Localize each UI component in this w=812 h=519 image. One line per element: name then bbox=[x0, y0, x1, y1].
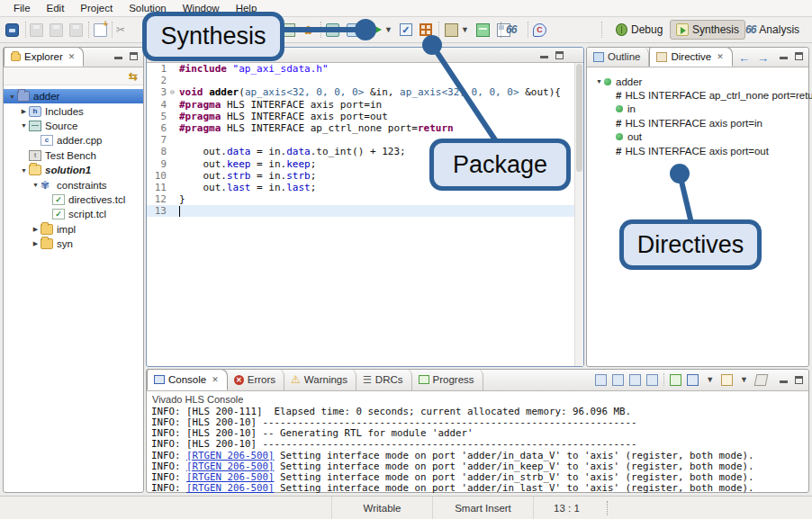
maximize-icon[interactable] bbox=[555, 51, 564, 59]
back-arrow-icon[interactable]: ← bbox=[738, 51, 750, 65]
maximize-icon[interactable] bbox=[130, 52, 138, 60]
tree-item-directives-tcl[interactable]: ✓directives.tcl bbox=[4, 192, 143, 207]
report-table-icon[interactable] bbox=[476, 23, 490, 37]
tree-item-constraints[interactable]: ▼✾constraints bbox=[4, 177, 143, 192]
open-report-icon[interactable] bbox=[326, 23, 339, 37]
perspective-debug[interactable]: Debug bbox=[610, 20, 668, 40]
tree-item-test-bench[interactable]: tTest Bench bbox=[4, 148, 143, 163]
console-message-link[interactable]: [RTGEN 206-500] bbox=[186, 450, 275, 461]
console-message-link[interactable]: [RTGEN 206-500] bbox=[186, 461, 275, 472]
line-number: 10 bbox=[147, 170, 170, 182]
directive-item-hls-interface-ap-ctrl-none-port-return[interactable]: #HLS INTERFACE ap_ctrl_none port=return bbox=[592, 88, 808, 102]
copy-log-icon[interactable] bbox=[595, 374, 607, 386]
code-line-4[interactable]: 4#pragma HLS INTERFACE axis port=in bbox=[147, 99, 583, 111]
c-feedback-icon[interactable]: C bbox=[533, 23, 546, 37]
minimize-icon[interactable] bbox=[114, 52, 122, 59]
word-wrap-icon[interactable] bbox=[629, 374, 641, 386]
code-text bbox=[177, 75, 179, 86]
synthesis-dropdown-icon[interactable]: ▼ bbox=[383, 25, 394, 34]
display-console-icon[interactable] bbox=[687, 374, 699, 386]
project-settings-gear-icon[interactable]: ✿ bbox=[303, 23, 317, 37]
expand-arrow-icon[interactable]: ▼ bbox=[31, 182, 41, 188]
expand-arrow-icon[interactable]: ▼ bbox=[594, 78, 604, 85]
tree-item-impl[interactable]: ▶impl bbox=[4, 222, 143, 237]
clear-console-icon[interactable] bbox=[754, 374, 769, 386]
tree-item-syn[interactable]: ▶syn bbox=[4, 237, 143, 251]
compare-reports-icon[interactable] bbox=[445, 23, 458, 37]
tree-item-script-tcl[interactable]: ✓script.tcl bbox=[4, 207, 143, 221]
perspective-analysis[interactable]: 66 Analysis bbox=[740, 20, 805, 40]
directive-item-label: HLS INTERFACE ap_ctrl_none port=return bbox=[625, 90, 812, 101]
directive-item-hls-interface-axis-port-in[interactable]: #HLS INTERFACE axis port=in bbox=[592, 116, 808, 130]
code-line-5[interactable]: 5#pragma HLS INTERFACE axis port=out bbox=[147, 111, 583, 122]
analysis-viewer-icon[interactable]: 66 bbox=[506, 23, 516, 36]
forward-arrow-icon[interactable]: → bbox=[757, 51, 769, 65]
console-console-icon bbox=[154, 375, 165, 384]
console-message-link[interactable]: [RTGEN 206-500] bbox=[186, 471, 275, 483]
close-icon[interactable]: ✕ bbox=[67, 52, 76, 61]
compare-dropdown-icon[interactable]: ▼ bbox=[459, 25, 471, 34]
tree-item-includes[interactable]: ▶hIncludes bbox=[4, 103, 143, 118]
code-area[interactable]: 1#include "ap_axi_sdata.h"23⊖void adder(… bbox=[147, 63, 583, 366]
new-file-icon[interactable] bbox=[94, 23, 107, 37]
save-as-icon[interactable] bbox=[69, 23, 83, 37]
scroll-lock-icon[interactable] bbox=[612, 374, 624, 386]
directive-item-adder[interactable]: ▼adder bbox=[592, 75, 808, 88]
open-console-dropdown-icon[interactable]: ▼ bbox=[738, 375, 750, 384]
run-c-synthesis-icon[interactable] bbox=[372, 24, 382, 35]
editor-scrollbar[interactable] bbox=[574, 63, 583, 366]
tab-warnings[interactable]: ⚠Warnings bbox=[284, 369, 356, 390]
directive-item-in[interactable]: in bbox=[592, 103, 808, 116]
tab-drcs[interactable]: ☰DRCs bbox=[356, 369, 412, 390]
menu-edit[interactable]: Edit bbox=[39, 1, 73, 15]
tab-explorer[interactable]: Explorer ✕ bbox=[4, 47, 84, 67]
console-preferences-icon[interactable] bbox=[646, 374, 658, 386]
display-console-dropdown-icon[interactable]: ▼ bbox=[704, 375, 716, 384]
solution-settings-icon[interactable] bbox=[347, 23, 360, 37]
tab-outline[interactable]: Outline bbox=[587, 47, 649, 67]
maximize-icon[interactable] bbox=[795, 52, 803, 60]
new-wizard-icon[interactable] bbox=[5, 23, 19, 37]
cut-icon[interactable]: ✂ bbox=[116, 23, 125, 37]
tab-directive[interactable]: Directive✕ bbox=[649, 47, 732, 67]
save-icon[interactable] bbox=[30, 23, 43, 37]
pin-console-icon[interactable] bbox=[670, 374, 681, 386]
code-line-12[interactable]: 12} bbox=[147, 193, 583, 205]
menu-project[interactable]: Project bbox=[72, 1, 121, 15]
close-icon[interactable]: ✕ bbox=[715, 52, 724, 61]
expand-arrow-icon[interactable]: ▼ bbox=[19, 122, 29, 129]
maximize-icon[interactable] bbox=[795, 376, 803, 384]
close-icon[interactable]: ✕ bbox=[210, 375, 219, 384]
link-with-editor-icon[interactable]: ⇆ bbox=[129, 70, 138, 83]
tree-item-adder-cpp[interactable]: cadder.cpp bbox=[4, 133, 143, 148]
expand-arrow-icon[interactable]: ▼ bbox=[19, 167, 29, 174]
export-rtl-icon[interactable] bbox=[420, 23, 432, 36]
tab-progress[interactable]: Progress bbox=[412, 369, 483, 390]
expand-arrow-icon[interactable]: ▶ bbox=[31, 240, 41, 247]
minimize-icon[interactable] bbox=[780, 52, 788, 59]
save-all-icon[interactable] bbox=[50, 23, 63, 37]
code-line-13[interactable]: 13 bbox=[147, 205, 583, 217]
directive-item-hls-interface-axis-port-out[interactable]: #HLS INTERFACE axis port=out bbox=[592, 144, 808, 157]
code-line-1[interactable]: 1#include "ap_axi_sdata.h" bbox=[147, 63, 583, 75]
open-console-icon[interactable] bbox=[721, 374, 733, 386]
directive-item-out[interactable]: out bbox=[592, 130, 808, 144]
tree-item-source[interactable]: ▼Source bbox=[4, 119, 143, 133]
expand-arrow-icon[interactable]: ▶ bbox=[19, 108, 29, 115]
code-line-3[interactable]: 3⊖void adder(ap_axis<32, 0, 0, 0> &in, a… bbox=[147, 86, 583, 98]
run-cosimulation-icon[interactable]: ✓ bbox=[400, 23, 412, 36]
code-line-2[interactable]: 2 bbox=[147, 75, 583, 86]
tab-errors[interactable]: ✕Errors bbox=[228, 369, 284, 390]
minimize-icon[interactable] bbox=[780, 376, 788, 383]
tab-console[interactable]: Console✕ bbox=[147, 369, 228, 390]
perspective-synthesis[interactable]: Synthesis bbox=[670, 20, 745, 40]
tree-item-solution1[interactable]: ▼solution1 bbox=[4, 163, 143, 177]
expand-arrow-icon[interactable]: ▼ bbox=[7, 94, 17, 100]
tree-item-adder[interactable]: ▼adder bbox=[4, 89, 143, 103]
code-line-6[interactable]: 6#pragma HLS INTERFACE ap_ctrl_none port… bbox=[147, 122, 583, 134]
minimize-icon[interactable] bbox=[540, 51, 548, 58]
menu-file[interactable]: File bbox=[5, 1, 39, 15]
console-message-link[interactable]: [RTGEN 206-500] bbox=[186, 482, 275, 493]
expand-arrow-icon[interactable]: ▶ bbox=[31, 226, 41, 233]
tab-label: Progress bbox=[433, 374, 474, 385]
